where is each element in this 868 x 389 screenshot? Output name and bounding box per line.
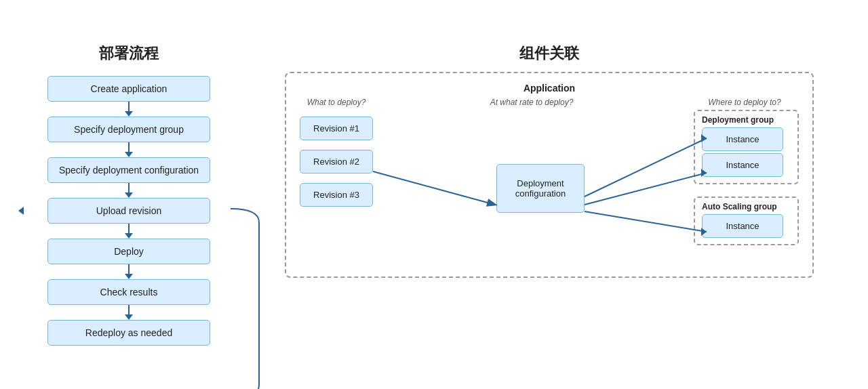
arrow-3 bbox=[125, 183, 133, 198]
left-panel: 部署流程 Create application Specify deployme… bbox=[27, 43, 231, 346]
header-what: What to deploy? bbox=[300, 98, 373, 107]
diagram-outer: Application What to deploy? At what rate… bbox=[285, 72, 814, 278]
svg-marker-7 bbox=[701, 228, 707, 236]
feedback-arrow-svg bbox=[231, 209, 262, 389]
flow-step-create-application: Create application bbox=[47, 76, 210, 102]
arrow-1 bbox=[125, 102, 133, 117]
header-where: Where to deploy to? bbox=[690, 98, 799, 107]
main-container: 部署流程 Create application Specify deployme… bbox=[14, 30, 854, 359]
svg-line-4 bbox=[585, 173, 707, 205]
right-panel: 组件关联 Application What to deploy? At what… bbox=[258, 43, 841, 278]
flow-step-deploy: Deploy bbox=[47, 239, 210, 264]
flow-step-deployment-group: Specify deployment group bbox=[47, 117, 210, 142]
flow-step-deployment-config: Specify deployment configuration bbox=[47, 157, 210, 183]
header-rate: At what rate to deploy? bbox=[488, 98, 576, 107]
left-title: 部署流程 bbox=[99, 43, 159, 64]
flow-step-redeploy: Redeploy as needed bbox=[47, 320, 210, 346]
arrow-6 bbox=[125, 305, 133, 320]
arrow-2 bbox=[125, 142, 133, 157]
diagram-header-row: What to deploy? At what rate to deploy? … bbox=[300, 98, 799, 107]
svg-line-1 bbox=[373, 171, 495, 205]
right-title: 组件关联 bbox=[519, 43, 579, 64]
arrow-5 bbox=[125, 264, 133, 279]
arrow-4 bbox=[125, 224, 133, 239]
flow-step-upload-revision: Upload revision bbox=[47, 198, 210, 224]
app-label: Application bbox=[300, 83, 799, 94]
diagram-main-area: Revision #1 Revision #2 Revision #3 Depl… bbox=[300, 110, 799, 266]
svg-marker-5 bbox=[701, 169, 707, 177]
arrows-svg bbox=[300, 110, 799, 266]
svg-line-2 bbox=[585, 138, 707, 197]
flow-step-check-results: Check results bbox=[47, 279, 210, 305]
svg-marker-3 bbox=[701, 134, 707, 142]
svg-line-6 bbox=[585, 211, 707, 232]
